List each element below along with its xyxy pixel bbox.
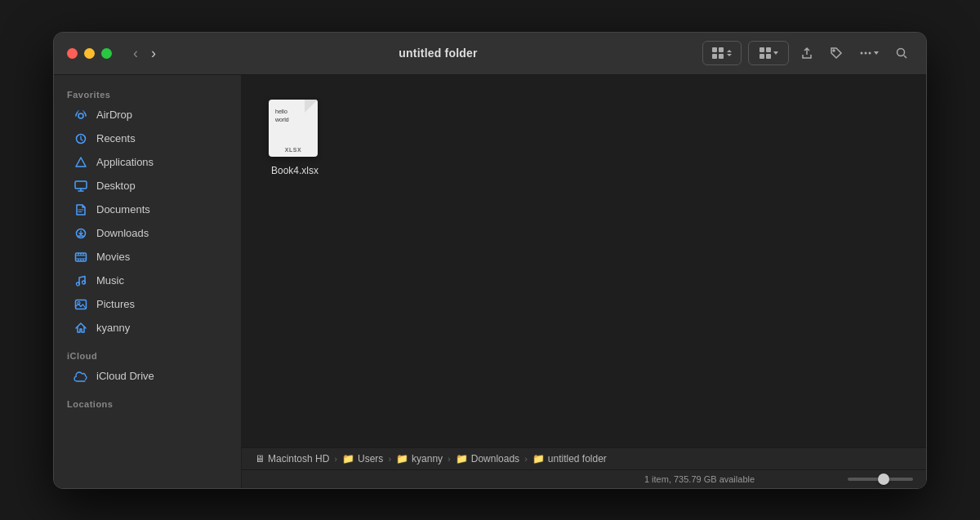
documents-icon <box>74 202 88 217</box>
sidebar-item-label-pictures: Pictures <box>96 298 135 310</box>
breadcrumb-sep-3: › <box>448 454 451 464</box>
airdrop-icon <box>74 108 88 122</box>
breadcrumb-item-kyanny[interactable]: 📁 kyanny <box>396 453 443 464</box>
sidebar-item-label-desktop: Desktop <box>96 180 136 192</box>
gallery-icon <box>759 47 772 60</box>
file-grid: hello world XLSX Book4.xlsx <box>242 75 926 447</box>
sidebar-item-recents[interactable]: Recents <box>60 127 234 150</box>
tag-icon <box>830 47 843 60</box>
statusbar: 🖥 Macintosh HD › 📁 Users › 📁 kyanny › <box>242 447 926 488</box>
chevron-down-small-icon <box>874 50 879 56</box>
svg-point-18 <box>77 282 80 286</box>
icloud-section-label: iCloud <box>54 346 241 364</box>
sidebar-item-desktop[interactable]: Desktop <box>60 175 234 198</box>
sidebar-item-airdrop[interactable]: AirDrop <box>60 104 234 127</box>
svg-point-10 <box>865 52 867 55</box>
sidebar-item-icloud-drive[interactable]: iCloud Drive <box>60 365 234 388</box>
favorites-section-label: Favorites <box>54 85 241 103</box>
folder-icon-1: 📁 <box>342 453 354 464</box>
sidebar-item-music[interactable]: Music <box>60 269 234 292</box>
xlsx-file-visual: hello world XLSX <box>269 100 318 157</box>
music-icon <box>74 273 88 288</box>
share-icon <box>800 47 813 60</box>
svg-point-12 <box>898 49 905 56</box>
sidebar-item-label-home: kyanny <box>96 322 130 334</box>
close-button[interactable] <box>67 48 78 59</box>
sidebar-item-applications[interactable]: Applications <box>60 151 234 174</box>
svg-rect-3 <box>719 54 724 59</box>
breadcrumb-sep-2: › <box>388 454 391 464</box>
zoom-slider[interactable] <box>848 478 913 481</box>
breadcrumb-label-users: Users <box>358 453 383 464</box>
desktop-icon <box>74 179 88 193</box>
sidebar-item-label-airdrop: AirDrop <box>96 109 132 121</box>
window-title: untitled folder <box>174 47 702 60</box>
view-mode-group[interactable] <box>748 41 789 65</box>
titlebar: ‹ › untitled folder <box>54 33 926 75</box>
slider-thumb[interactable] <box>878 473 889 485</box>
movies-icon <box>74 250 88 264</box>
downloads-icon <box>74 226 88 241</box>
back-button[interactable]: ‹ <box>128 43 143 64</box>
maximize-button[interactable] <box>101 48 112 59</box>
finder-window: ‹ › untitled folder <box>53 32 927 489</box>
search-button[interactable] <box>890 43 913 63</box>
breadcrumb-item-users[interactable]: 📁 Users <box>342 453 383 464</box>
traffic-lights <box>67 48 112 59</box>
gallery-view-button[interactable] <box>754 43 783 63</box>
sidebar-item-label-movies: Movies <box>96 251 130 263</box>
view-toggle-group[interactable] <box>702 41 742 65</box>
svg-rect-2 <box>712 54 717 59</box>
sidebar-item-downloads[interactable]: Downloads <box>60 222 234 245</box>
breadcrumb-bar: 🖥 Macintosh HD › 📁 Users › 📁 kyanny › <box>242 448 926 470</box>
svg-point-8 <box>833 50 835 51</box>
toolbar-right <box>702 41 913 65</box>
slider-track <box>848 478 913 481</box>
svg-rect-4 <box>760 47 764 52</box>
file-name: Book4.xlsx <box>271 165 318 178</box>
minimize-button[interactable] <box>84 48 95 59</box>
share-button[interactable] <box>795 43 818 63</box>
svg-point-19 <box>82 281 86 284</box>
recents-icon <box>74 131 88 146</box>
sidebar-item-documents[interactable]: Documents <box>60 198 234 221</box>
sidebar-item-label-icloud-drive: iCloud Drive <box>96 370 154 382</box>
file-text-line1: hello <box>275 109 287 114</box>
nav-arrows: ‹ › <box>128 43 161 64</box>
breadcrumb-label-kyanny: kyanny <box>412 453 443 464</box>
breadcrumb-sep-4: › <box>524 454 528 464</box>
svg-rect-6 <box>760 54 764 59</box>
breadcrumb-item-downloads[interactable]: 📁 Downloads <box>456 453 519 464</box>
hd-icon: 🖥 <box>255 453 265 464</box>
sidebar-item-movies[interactable]: Movies <box>60 246 234 269</box>
svg-rect-15 <box>75 181 87 189</box>
sidebar-item-label-documents: Documents <box>96 203 150 216</box>
status-text: 1 item, 735.79 GB available <box>551 474 848 484</box>
forward-button[interactable]: › <box>146 43 161 64</box>
tag-button[interactable] <box>825 43 848 63</box>
svg-point-13 <box>78 113 83 118</box>
folder-icon-3: 📁 <box>456 453 468 464</box>
file-item-xlsx[interactable]: hello world XLSX Book4.xlsx <box>258 91 332 186</box>
sidebar-item-label-recents: Recents <box>96 132 136 144</box>
breadcrumb-item-hd[interactable]: 🖥 Macintosh HD <box>255 453 329 464</box>
icon-view-button[interactable] <box>706 43 737 63</box>
file-text-line2: world <box>275 117 289 122</box>
svg-point-9 <box>861 52 863 55</box>
content-area: hello world XLSX Book4.xlsx 🖥 <box>242 75 926 488</box>
sidebar-item-label-downloads: Downloads <box>96 227 149 239</box>
more-button[interactable] <box>854 43 884 63</box>
sidebar: Favorites AirDrop <box>54 75 242 488</box>
file-icon-xlsx: hello world XLSX <box>269 100 321 158</box>
breadcrumb-item-untitled[interactable]: 📁 untitled folder <box>532 453 607 464</box>
folder-icon-4: 📁 <box>532 453 545 464</box>
sidebar-item-label-applications: Applications <box>96 156 154 168</box>
sidebar-item-pictures[interactable]: Pictures <box>60 293 234 316</box>
svg-rect-7 <box>766 54 771 59</box>
sidebar-item-label-music: Music <box>96 274 124 287</box>
sidebar-item-home[interactable]: kyanny <box>60 317 234 340</box>
svg-rect-20 <box>76 300 87 309</box>
folder-icon-2: 📁 <box>396 453 408 464</box>
svg-point-11 <box>869 52 871 55</box>
home-icon <box>74 321 88 336</box>
